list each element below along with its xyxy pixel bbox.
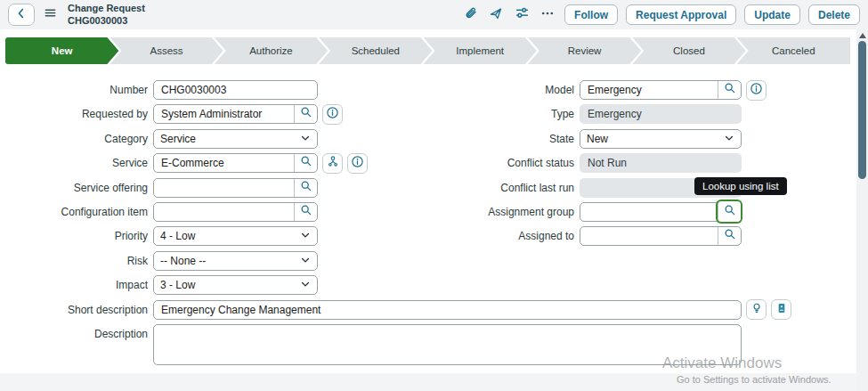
number-input[interactable] <box>154 81 317 99</box>
stage-canceled: Canceled <box>737 37 850 64</box>
impact-select[interactable]: 3 - Low <box>153 275 318 295</box>
configuration-item-label: Configuration item <box>5 206 148 218</box>
chevron-down-icon <box>300 228 311 244</box>
conflict-last-run-label: Conflict last run <box>429 182 574 194</box>
type-label: Type <box>429 108 574 120</box>
vertical-scrollbar[interactable] <box>856 29 868 391</box>
paperclip-icon <box>463 5 478 24</box>
field-row-short-description: Short description <box>5 300 791 320</box>
description-label: Description <box>5 324 148 340</box>
paper-plane-icon <box>489 6 503 24</box>
requested-by-label: Requested by <box>5 108 148 120</box>
configuration-item-lookup-button[interactable] <box>294 203 317 221</box>
assigned-to-input[interactable] <box>580 227 718 245</box>
attachment-button[interactable] <box>461 6 479 24</box>
change-request-form: Number Requested by Category Service <box>0 64 856 373</box>
header-bar: Change Request CHG0030003 Follow Request… <box>0 0 868 29</box>
chevron-down-icon <box>300 253 311 269</box>
assignment-group-input[interactable] <box>580 203 718 221</box>
service-field <box>153 153 318 173</box>
hierarchy-icon <box>327 155 339 171</box>
short-description-label: Short description <box>5 304 148 316</box>
requested-by-lookup-button[interactable] <box>294 105 317 123</box>
assigned-to-lookup-button[interactable] <box>718 227 741 245</box>
service-input[interactable] <box>154 154 294 172</box>
model-lookup-button[interactable] <box>718 81 741 99</box>
page-title: Change Request CHG0030003 <box>68 3 145 28</box>
priority-select[interactable]: 4 - Low <box>153 226 318 246</box>
scrollbar-up-arrow-icon[interactable] <box>859 33 866 38</box>
delete-button[interactable]: Delete <box>808 4 860 25</box>
service-offering-label: Service offering <box>5 182 148 194</box>
model-label: Model <box>429 84 574 96</box>
service-offering-input[interactable] <box>154 179 294 197</box>
lookup-tooltip: Lookup using list <box>694 177 787 195</box>
stage-authorize: Authorize <box>215 37 328 64</box>
sliders-icon <box>515 5 530 24</box>
hamburger-menu-button[interactable] <box>44 6 57 23</box>
service-preview-button[interactable] <box>347 153 368 174</box>
update-button[interactable]: Update <box>744 4 800 25</box>
model-preview-button[interactable] <box>746 80 767 101</box>
assignment-group-field <box>580 202 742 222</box>
category-select[interactable]: Service <box>153 129 318 149</box>
field-row-assignment-group: Assignment group <box>429 202 767 222</box>
back-icon <box>15 7 28 23</box>
stage-breadcrumb: New Assess Authorize Scheduled Implement… <box>5 37 850 64</box>
requested-by-preview-button[interactable] <box>322 104 343 125</box>
stage-review: Review <box>528 37 641 64</box>
field-row-model: Model <box>429 80 767 100</box>
field-row-impact: Impact 3 - Low <box>5 275 791 295</box>
impact-label: Impact <box>5 279 148 291</box>
suggestion-button[interactable] <box>746 299 767 320</box>
record-number: CHG0030003 <box>68 15 145 28</box>
requested-by-field <box>153 104 318 124</box>
request-approval-button[interactable]: Request Approval <box>626 4 736 25</box>
back-button[interactable] <box>8 4 35 26</box>
risk-label: Risk <box>5 255 148 267</box>
form-settings-button[interactable] <box>513 6 531 24</box>
lightbulb-icon <box>750 302 763 318</box>
number-label: Number <box>5 84 148 96</box>
stage-scheduled: Scheduled <box>319 37 432 64</box>
state-select[interactable]: New <box>580 129 742 149</box>
state-label: State <box>429 133 574 145</box>
model-input[interactable] <box>580 81 718 99</box>
assignment-group-lookup-button[interactable] <box>718 201 741 222</box>
info-icon <box>351 155 364 172</box>
chevron-down-icon <box>300 131 311 147</box>
conflict-status-label: Conflict status <box>429 157 574 169</box>
search-icon <box>724 204 736 220</box>
model-field <box>580 80 742 100</box>
service-dependency-map-button[interactable] <box>322 153 343 174</box>
field-row-assigned-to: Assigned to <box>429 226 767 246</box>
chevron-down-icon <box>300 277 311 293</box>
field-row-risk: Risk -- None -- <box>5 251 791 271</box>
description-textarea[interactable] <box>153 324 742 365</box>
activate-windows-subtext: Go to Settings to activate Windows. <box>677 374 831 385</box>
service-offering-lookup-button[interactable] <box>294 179 317 197</box>
info-icon <box>326 106 339 123</box>
configuration-item-input[interactable] <box>154 203 294 221</box>
personalize-button[interactable] <box>487 6 505 24</box>
field-row-state: State New <box>429 129 767 149</box>
stage-implement: Implement <box>424 37 537 64</box>
field-row-type: Type Emergency <box>429 104 767 124</box>
service-label: Service <box>5 157 148 169</box>
stage-new: New <box>5 37 118 64</box>
follow-button[interactable]: Follow <box>564 4 618 25</box>
more-options-button[interactable] <box>539 6 556 24</box>
scrollbar-thumb[interactable] <box>858 41 866 179</box>
assigned-to-label: Assigned to <box>429 230 574 242</box>
service-lookup-button[interactable] <box>294 154 317 172</box>
priority-label: Priority <box>5 230 148 242</box>
requested-by-input[interactable] <box>154 105 294 123</box>
assignment-group-label: Assignment group <box>429 206 574 218</box>
search-knowledge-button[interactable] <box>771 299 791 320</box>
short-description-field <box>153 300 742 320</box>
ellipsis-icon <box>540 6 555 24</box>
risk-select[interactable]: -- None -- <box>153 251 318 271</box>
number-field <box>153 80 318 100</box>
short-description-input[interactable] <box>154 301 741 319</box>
search-icon <box>724 228 736 244</box>
